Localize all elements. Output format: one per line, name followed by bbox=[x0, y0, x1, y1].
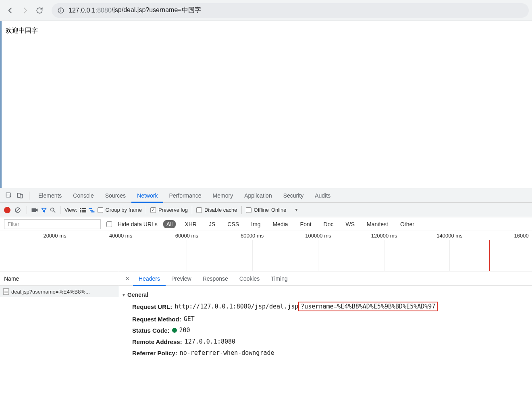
tab-elements[interactable]: Elements bbox=[33, 188, 67, 203]
filter-css[interactable]: CSS bbox=[224, 220, 242, 228]
hide-data-urls-checkbox[interactable] bbox=[106, 221, 112, 227]
filter-input[interactable]: Filter bbox=[4, 219, 101, 229]
filter-doc[interactable]: Doc bbox=[320, 220, 337, 228]
group-by-frame-checkbox[interactable] bbox=[98, 207, 103, 213]
tab-network[interactable]: Network bbox=[131, 188, 163, 203]
row-request-method: Request Method: GET bbox=[122, 313, 530, 325]
filter-font[interactable]: Font bbox=[297, 220, 315, 228]
referrer-policy-value: no-referrer-when-downgrade bbox=[180, 349, 274, 356]
tab-performance[interactable]: Performance bbox=[163, 188, 207, 203]
detail-tab-headers[interactable]: Headers bbox=[133, 271, 166, 286]
svg-point-2 bbox=[60, 8, 61, 9]
detail-tab-preview[interactable]: Preview bbox=[166, 271, 197, 286]
svg-rect-11 bbox=[80, 208, 81, 209]
waterfall-view-icon[interactable] bbox=[89, 208, 95, 213]
filter-placeholder: Filter bbox=[8, 221, 19, 227]
throttling-value: Online bbox=[271, 207, 287, 213]
timeline-tick: 40000 ms bbox=[109, 233, 132, 239]
network-timeline[interactable]: 20000 ms 40000 ms 60000 ms 80000 ms 1000… bbox=[0, 231, 532, 271]
inspect-element-icon[interactable] bbox=[3, 190, 15, 201]
request-list-header[interactable]: Name bbox=[0, 271, 119, 286]
tab-application[interactable]: Application bbox=[239, 188, 278, 203]
separator bbox=[146, 206, 146, 214]
request-method-label: Request Method: bbox=[132, 316, 181, 323]
url-host: 127.0.0.1 bbox=[69, 7, 96, 14]
timeline-tick: 140000 ms bbox=[436, 233, 462, 239]
dropdown-arrow-icon: ▼ bbox=[294, 208, 298, 212]
timeline-tick: 16000 bbox=[514, 233, 529, 239]
network-toolbar: View: Group by frame Preserve log Disabl… bbox=[0, 203, 532, 217]
request-url-prefix: http://127.0.0.1:8080/jsp/deal.jsp bbox=[175, 303, 298, 310]
svg-rect-8 bbox=[32, 208, 36, 212]
request-detail: × Headers Preview Response Cookies Timin… bbox=[119, 271, 532, 396]
filter-js[interactable]: JS bbox=[206, 220, 218, 228]
list-view-icon[interactable] bbox=[80, 208, 86, 213]
throttling-select[interactable]: Online ▼ bbox=[271, 207, 298, 213]
svg-rect-13 bbox=[80, 210, 81, 211]
search-icon[interactable] bbox=[50, 207, 56, 213]
filter-other[interactable]: Other bbox=[397, 220, 418, 228]
network-lower-pane: Name deal.jsp?username=%E4%B8%... × Head… bbox=[0, 271, 532, 396]
filter-manifest[interactable]: Manifest bbox=[364, 220, 391, 228]
filter-toggle-icon[interactable] bbox=[41, 207, 47, 213]
separator bbox=[60, 206, 60, 214]
separator bbox=[192, 206, 192, 214]
hide-data-urls-label: Hide data URLs bbox=[118, 221, 158, 227]
timeline-grid bbox=[0, 240, 532, 271]
request-row[interactable]: deal.jsp?username=%E4%B8%... bbox=[0, 286, 119, 297]
detail-body: General Request URL: http://127.0.0.1:80… bbox=[119, 286, 532, 396]
svg-rect-12 bbox=[81, 208, 86, 209]
status-dot-icon bbox=[172, 328, 177, 333]
clear-button[interactable] bbox=[13, 206, 23, 214]
filter-ws[interactable]: WS bbox=[343, 220, 358, 228]
back-button[interactable] bbox=[3, 3, 18, 18]
remote-address-label: Remote Address: bbox=[132, 338, 182, 345]
preserve-log-label: Preserve log bbox=[158, 207, 188, 213]
url-path: /jsp/deal.jsp?username=中国字 bbox=[112, 6, 201, 15]
devtools-tabbar: Elements Console Sources Network Perform… bbox=[0, 188, 532, 203]
toggle-device-icon[interactable] bbox=[15, 190, 26, 201]
filter-img[interactable]: Img bbox=[248, 220, 264, 228]
request-url-query-highlight: ?username=%E4%B8%AD%E5%9B%BD%E5%AD%97 bbox=[298, 302, 438, 311]
row-referrer-policy: Referrer Policy: no-referrer-when-downgr… bbox=[122, 347, 530, 358]
timeline-tick: 120000 ms bbox=[371, 233, 397, 239]
camera-icon[interactable] bbox=[31, 207, 38, 213]
disable-cache-checkbox[interactable] bbox=[196, 207, 202, 213]
filter-bar: Filter Hide data URLs All XHR JS CSS Img… bbox=[0, 217, 532, 231]
address-bar[interactable]: 127.0.0.1:8080/jsp/deal.jsp?username=中国字 bbox=[52, 3, 529, 18]
view-label: View: bbox=[64, 207, 77, 213]
tab-memory[interactable]: Memory bbox=[207, 188, 239, 203]
row-request-url: Request URL: http://127.0.0.1:8080/jsp/d… bbox=[122, 300, 530, 313]
section-general-label: General bbox=[127, 292, 148, 298]
request-url-label: Request URL: bbox=[132, 303, 172, 310]
status-code-label: Status Code: bbox=[132, 327, 170, 334]
forward-button[interactable] bbox=[18, 3, 32, 18]
tab-console[interactable]: Console bbox=[67, 188, 99, 203]
offline-checkbox[interactable] bbox=[246, 207, 251, 213]
svg-rect-17 bbox=[89, 208, 92, 209]
detail-tab-timing[interactable]: Timing bbox=[265, 271, 293, 286]
timeline-marker bbox=[489, 240, 490, 271]
timeline-tick: 100000 ms bbox=[305, 233, 331, 239]
request-method-value: GET bbox=[184, 315, 195, 323]
record-button[interactable] bbox=[4, 207, 10, 213]
close-detail-button[interactable]: × bbox=[122, 275, 133, 282]
detail-tab-cookies[interactable]: Cookies bbox=[234, 271, 266, 286]
detail-tab-response[interactable]: Response bbox=[197, 271, 234, 286]
filter-media[interactable]: Media bbox=[269, 220, 291, 228]
section-general[interactable]: General bbox=[122, 290, 530, 300]
tab-sources[interactable]: Sources bbox=[100, 188, 131, 203]
tab-security[interactable]: Security bbox=[278, 188, 310, 203]
page-text: 欢迎中国字 bbox=[6, 27, 38, 34]
reload-button[interactable] bbox=[32, 3, 47, 18]
divider bbox=[29, 192, 29, 200]
info-icon[interactable] bbox=[57, 7, 64, 14]
svg-rect-19 bbox=[91, 211, 94, 212]
svg-rect-5 bbox=[20, 194, 23, 198]
tab-audits[interactable]: Audits bbox=[309, 188, 336, 203]
page-body: 欢迎中国字 bbox=[0, 21, 532, 188]
preserve-log-checkbox[interactable] bbox=[150, 207, 156, 213]
filter-xhr[interactable]: XHR bbox=[181, 220, 200, 228]
request-name: deal.jsp?username=%E4%B8%... bbox=[11, 289, 90, 295]
filter-all[interactable]: All bbox=[163, 220, 176, 228]
